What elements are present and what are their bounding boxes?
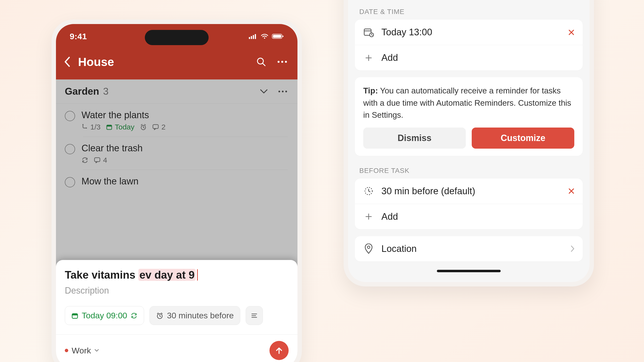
add-before-row[interactable]: Add [355, 204, 583, 229]
datetime-row[interactable]: Today 13:00 [355, 20, 583, 45]
svg-point-13 [278, 90, 280, 92]
location-pin-icon [363, 244, 374, 254]
svg-point-10 [278, 61, 280, 63]
calendar-clock-icon [363, 27, 374, 37]
chevron-down-icon [94, 349, 99, 352]
task-list: Garden 3 Wa [56, 79, 298, 271]
svg-rect-22 [94, 158, 100, 162]
nav-title: House [78, 55, 114, 69]
task-row[interactable]: Mow the lawn [56, 170, 298, 193]
before-task-row[interactable]: 30 min before (default) [355, 179, 583, 204]
project-picker[interactable]: Work [65, 346, 99, 355]
plus-icon [363, 54, 374, 62]
more-options-chip[interactable] [246, 306, 263, 325]
add-datetime-row[interactable]: Add [355, 45, 583, 70]
svg-rect-7 [282, 35, 284, 37]
svg-point-33 [368, 246, 370, 248]
tip-card: Tip: You can automatically receive a rem… [355, 77, 583, 156]
alarm-icon [140, 124, 147, 130]
phone-screen-right: DATE & TIME Today 13:00 Add [348, 0, 590, 282]
section-label-before: BEFORE TASK [348, 156, 590, 179]
tip-text: Tip: You can automatically receive a rem… [363, 85, 574, 121]
task-description-input[interactable]: Description [65, 286, 288, 296]
due-chip: Today [106, 123, 134, 131]
svg-rect-6 [273, 35, 281, 38]
section-header[interactable]: Garden 3 [56, 79, 298, 103]
before-task-card: 30 min before (default) Add [355, 179, 583, 229]
svg-rect-19 [107, 125, 112, 127]
clear-before-icon[interactable] [568, 188, 575, 194]
task-row[interactable]: Water the plants 1/3 Today [56, 103, 298, 137]
dismiss-button[interactable]: Dismiss [363, 127, 466, 149]
nav-bar: House [56, 48, 298, 79]
phone-frame-left: 9:41 Hou [52, 20, 302, 362]
svg-point-15 [286, 90, 287, 92]
svg-point-17 [86, 127, 87, 128]
task-title-input[interactable]: Take vitamins ev day at 9 [65, 269, 288, 281]
section-label-datetime: DATE & TIME [348, 0, 590, 20]
svg-point-11 [281, 61, 283, 63]
due-date-chip[interactable]: Today 09:00 [65, 306, 144, 325]
customize-button[interactable]: Customize [472, 127, 574, 149]
task-name: Mow the lawn [82, 176, 138, 187]
project-color-dot [65, 349, 68, 352]
svg-rect-24 [72, 314, 78, 315]
plus-icon [363, 213, 374, 221]
timer-icon [363, 186, 374, 196]
battery-icon [272, 33, 284, 39]
svg-rect-1 [251, 36, 252, 39]
reminder-chip[interactable]: 30 minutes before [150, 306, 240, 325]
task-checkbox[interactable] [65, 144, 75, 154]
task-checkbox[interactable] [65, 177, 75, 187]
phone-screen-left: 9:41 Hou [56, 24, 298, 362]
task-name: Water the plants [82, 110, 166, 120]
clear-datetime-icon[interactable] [568, 29, 575, 36]
arrow-up-icon [275, 346, 284, 355]
svg-line-9 [263, 63, 265, 66]
section-name: Garden [65, 86, 99, 97]
task-name: Clear the trash [82, 143, 142, 154]
svg-point-16 [82, 124, 84, 125]
recurring-icon [82, 157, 88, 163]
text-cursor [197, 269, 198, 281]
section-more-icon[interactable] [278, 90, 288, 93]
back-icon[interactable] [63, 56, 71, 67]
home-indicator [437, 270, 501, 272]
task-checkbox[interactable] [65, 111, 75, 121]
svg-rect-2 [253, 35, 254, 39]
location-row[interactable]: Location [355, 236, 583, 261]
svg-point-8 [258, 58, 263, 64]
status-time: 9:41 [70, 32, 87, 41]
datetime-card: Today 13:00 Add [355, 20, 583, 70]
more-icon[interactable] [277, 60, 288, 63]
svg-point-4 [264, 37, 265, 38]
wifi-icon [261, 33, 268, 39]
dynamic-island [145, 30, 208, 45]
location-card: Location [355, 236, 583, 261]
search-icon[interactable] [256, 57, 266, 67]
svg-point-12 [285, 61, 287, 63]
svg-point-14 [282, 90, 284, 92]
comments-icon: 2 [152, 123, 166, 131]
chevron-right-icon [570, 245, 575, 252]
chevron-down-icon[interactable] [260, 89, 268, 94]
quick-add-sheet: Take vitamins ev day at 9 Description To… [56, 260, 298, 362]
cellular-icon [249, 33, 257, 39]
section-count: 3 [103, 86, 108, 97]
svg-rect-0 [249, 37, 250, 39]
svg-rect-3 [255, 34, 256, 39]
task-row[interactable]: Clear the trash 4 [56, 137, 298, 170]
submit-button[interactable] [270, 341, 288, 360]
subtasks-icon: 1/3 [82, 123, 100, 131]
svg-rect-21 [153, 125, 158, 128]
comments-icon: 4 [94, 156, 107, 164]
phone-frame-right: DATE & TIME Today 13:00 Add [344, 0, 594, 287]
